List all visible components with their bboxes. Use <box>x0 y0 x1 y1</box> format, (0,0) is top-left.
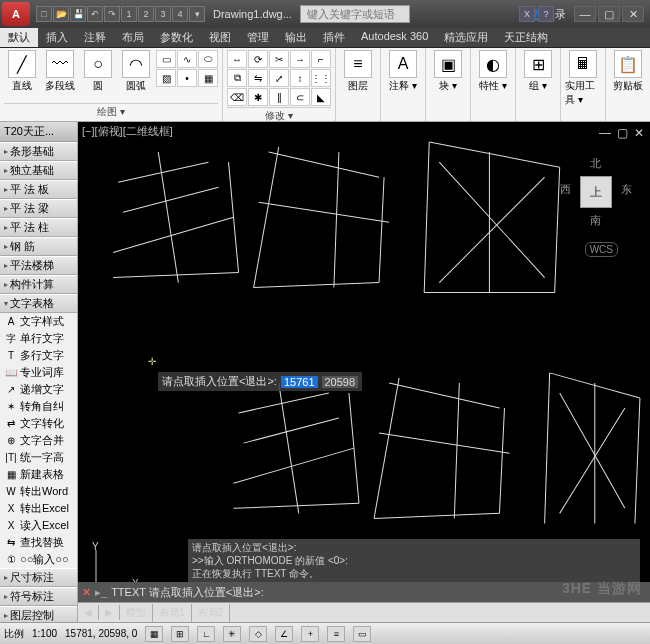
annot-button[interactable]: A注释 ▾ <box>385 50 421 119</box>
sidebar-item-8-7[interactable]: ⊕文字合并 <box>0 432 77 449</box>
close-icon[interactable]: ✕ <box>622 6 644 22</box>
ellipse-icon[interactable]: ⬭ <box>198 50 218 68</box>
sidebar-item-8-6[interactable]: ⇄文字转化 <box>0 415 77 432</box>
maximize-icon[interactable]: ▢ <box>598 6 620 22</box>
spline-icon[interactable]: ∿ <box>177 50 197 68</box>
polyline-button[interactable]: 〰多段线 <box>42 50 78 102</box>
sidebar-group-8[interactable]: 文字表格 <box>0 294 77 313</box>
join-icon[interactable]: ⊂ <box>290 88 310 106</box>
extend-icon[interactable]: → <box>290 50 310 68</box>
grid-toggle-icon[interactable]: ▦ <box>145 626 163 642</box>
ribbon-tab-4[interactable]: 参数化 <box>152 28 201 47</box>
rotate-icon[interactable]: ⟳ <box>248 50 268 68</box>
app-menu-button[interactable]: A <box>2 2 30 26</box>
sidebar-group-4[interactable]: 平 法 柱 <box>0 218 77 237</box>
model-toggle-icon[interactable]: ▭ <box>353 626 371 642</box>
explode-icon[interactable]: ✱ <box>248 88 268 106</box>
rect-icon[interactable]: ▭ <box>156 50 176 68</box>
coord-y-input[interactable]: 20598 <box>322 376 359 388</box>
sidebar-item-8-3[interactable]: 📖专业词库 <box>0 364 77 381</box>
tab-nav-left-icon[interactable]: ◀ <box>78 605 99 620</box>
dyn-toggle-icon[interactable]: + <box>301 626 319 642</box>
ribbon-tab-6[interactable]: 管理 <box>239 28 277 47</box>
trim-icon[interactable]: ✂ <box>269 50 289 68</box>
sidebar-item-8-13[interactable]: ⇆查找替换 <box>0 534 77 551</box>
stretch-icon[interactable]: ↕ <box>290 69 310 87</box>
ribbon-tab-1[interactable]: 插入 <box>38 28 76 47</box>
ribbon-tab-11[interactable]: 天正结构 <box>496 28 556 47</box>
minimize-icon[interactable]: — <box>574 6 596 22</box>
tab-layout1[interactable]: 布局1 <box>153 604 192 622</box>
sidebar-item-8-9[interactable]: ▦新建表格 <box>0 466 77 483</box>
sidebar-group-9[interactable]: 尺寸标注 <box>0 568 77 587</box>
sidebar-group-11[interactable]: 图层控制 <box>0 606 77 622</box>
osnap-toggle-icon[interactable]: ◇ <box>249 626 267 642</box>
sidebar-group-3[interactable]: 平 法 梁 <box>0 199 77 218</box>
sidebar-group-2[interactable]: 平 法 板 <box>0 180 77 199</box>
fillet-icon[interactable]: ⌐ <box>311 50 331 68</box>
props-button[interactable]: ◐特性 ▾ <box>475 50 511 119</box>
scale-value[interactable]: 1:100 <box>32 628 57 639</box>
coord-x-input[interactable]: 15761 <box>281 376 318 388</box>
sidebar-group-6[interactable]: 平法楼梯 <box>0 256 77 275</box>
move-icon[interactable]: ↔ <box>227 50 247 68</box>
qat-open-icon[interactable]: 📂 <box>53 6 69 22</box>
ribbon-tab-0[interactable]: 默认 <box>0 28 38 47</box>
scale-icon[interactable]: ⤢ <box>269 69 289 87</box>
offset-icon[interactable]: ‖ <box>269 88 289 106</box>
layer-button[interactable]: ≡图层 <box>340 50 376 119</box>
search-input[interactable] <box>300 5 410 23</box>
sidebar-group-1[interactable]: 独立基础 <box>0 161 77 180</box>
tab-nav-right-icon[interactable]: ▶ <box>99 605 120 620</box>
qat-redo-icon[interactable]: ↷ <box>104 6 120 22</box>
sidebar-item-8-2[interactable]: T多行文字 <box>0 347 77 364</box>
point-icon[interactable]: • <box>177 69 197 87</box>
sidebar-item-8-4[interactable]: ↗递增文字 <box>0 381 77 398</box>
ribbon-tab-5[interactable]: 视图 <box>201 28 239 47</box>
copy-icon[interactable]: ⧉ <box>227 69 247 87</box>
polar-toggle-icon[interactable]: ✳ <box>223 626 241 642</box>
lwt-toggle-icon[interactable]: ≡ <box>327 626 345 642</box>
help-icon[interactable]: ? <box>538 6 554 22</box>
sidebar-group-10[interactable]: 符号标注 <box>0 587 77 606</box>
sidebar-item-8-14[interactable]: ①○○输入○○ <box>0 551 77 568</box>
snap-toggle-icon[interactable]: ⊞ <box>171 626 189 642</box>
sidebar-group-0[interactable]: 条形基础 <box>0 142 77 161</box>
region-icon[interactable]: ▦ <box>198 69 218 87</box>
otrack-toggle-icon[interactable]: ∠ <box>275 626 293 642</box>
erase-icon[interactable]: ⌫ <box>227 88 247 106</box>
cmd-close-icon[interactable]: ✕ <box>82 586 91 599</box>
dynamic-input[interactable]: 请点取插入位置<退出>: 15761 20598 <box>158 372 362 391</box>
ribbon-tab-9[interactable]: Autodesk 360 <box>353 28 436 47</box>
qat-4[interactable]: 4 <box>172 6 188 22</box>
sidebar-group-7[interactable]: 构件计算 <box>0 275 77 294</box>
drawing-canvas[interactable]: [−][俯视][二维线框] — ▢ ✕ 北 南 西 东 上 WCS <box>78 122 650 622</box>
paste-button[interactable]: 📋剪贴板 <box>610 50 646 119</box>
sidebar-item-8-8[interactable]: |T|统一字高 <box>0 449 77 466</box>
ribbon-tab-2[interactable]: 注释 <box>76 28 114 47</box>
tab-model[interactable]: 模型 <box>120 604 153 622</box>
sidebar-item-8-1[interactable]: 字单行文字 <box>0 330 77 347</box>
sidebar-item-8-0[interactable]: A文字样式 <box>0 313 77 330</box>
ribbon-tab-10[interactable]: 精选应用 <box>436 28 496 47</box>
qat-more-icon[interactable]: ▾ <box>189 6 205 22</box>
ribbon-tab-7[interactable]: 输出 <box>277 28 315 47</box>
qat-3[interactable]: 3 <box>155 6 171 22</box>
util-button[interactable]: 🖩实用工具 ▾ <box>565 50 601 119</box>
qat-save-icon[interactable]: 💾 <box>70 6 86 22</box>
sidebar-group-5[interactable]: 钢 筋 <box>0 237 77 256</box>
exchange-icon[interactable]: X <box>519 6 535 22</box>
sidebar-item-8-11[interactable]: X转出Excel <box>0 500 77 517</box>
chamfer-icon[interactable]: ◣ <box>311 88 331 106</box>
qat-2[interactable]: 2 <box>138 6 154 22</box>
hatch-icon[interactable]: ▨ <box>156 69 176 87</box>
qat-1[interactable]: 1 <box>121 6 137 22</box>
block-button[interactable]: ▣块 ▾ <box>430 50 466 119</box>
qat-undo-icon[interactable]: ↶ <box>87 6 103 22</box>
sidebar-item-8-10[interactable]: W转出Word <box>0 483 77 500</box>
group-button[interactable]: ⊞组 ▾ <box>520 50 556 119</box>
ribbon-tab-8[interactable]: 插件 <box>315 28 353 47</box>
mirror-icon[interactable]: ⇋ <box>248 69 268 87</box>
tab-layout2[interactable]: 布局2 <box>192 604 231 622</box>
arc-button[interactable]: ◠圆弧 <box>118 50 154 102</box>
